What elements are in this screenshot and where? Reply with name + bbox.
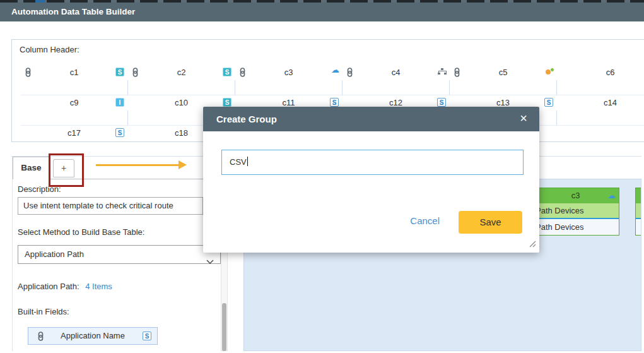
create-group-dialog: Create Group × CSV Cancel Save bbox=[203, 107, 539, 253]
table-header-row: c1 S c2 S c3 c4 bbox=[21, 65, 644, 80]
annotation-highlight-box bbox=[49, 153, 84, 187]
left-panel-border bbox=[12, 157, 13, 351]
type-badge: S bbox=[437, 98, 446, 107]
column-card[interactable] bbox=[635, 188, 641, 236]
close-icon[interactable]: × bbox=[515, 107, 532, 131]
chain-link-icon bbox=[239, 68, 246, 77]
group-name-input[interactable]: CSV bbox=[221, 150, 524, 175]
column-id: c2 bbox=[177, 68, 186, 77]
dialog-title: Create Group bbox=[216, 114, 277, 124]
column-type-icon bbox=[331, 68, 339, 76]
type-badge: S bbox=[115, 68, 124, 76]
builtin-field-item[interactable]: Application Name S bbox=[28, 327, 158, 345]
tab-base[interactable]: Base bbox=[13, 157, 50, 179]
builtin-fields-label: Built-in Fields: bbox=[18, 307, 69, 316]
group-cards: c3 Path Devices Path Devices bbox=[532, 188, 641, 236]
column-type-icon bbox=[438, 68, 447, 76]
resize-grip-icon[interactable] bbox=[529, 240, 536, 249]
column-id: c18 bbox=[175, 128, 188, 138]
column-card-row[interactable]: Path Devices bbox=[532, 219, 619, 235]
text-caret bbox=[247, 157, 248, 166]
column-id: c3 bbox=[284, 68, 293, 77]
chain-link-icon bbox=[25, 68, 32, 77]
window-title-bar: Automation Data Table Builder bbox=[0, 3, 644, 21]
method-selected-value: Application Path bbox=[25, 249, 84, 259]
column-id: c4 bbox=[392, 68, 401, 77]
left-panel-scrollbar-thumb[interactable] bbox=[222, 303, 226, 351]
column-header-cell[interactable]: c17 S bbox=[21, 126, 128, 138]
type-badge: S bbox=[223, 68, 231, 76]
method-label: Select Method to Build Base Table: bbox=[18, 227, 144, 237]
chain-link-icon bbox=[37, 332, 44, 341]
column-value-cell[interactable] bbox=[128, 80, 235, 95]
column-id: c13 bbox=[496, 98, 510, 107]
column-header-cell[interactable]: c4 bbox=[342, 65, 450, 80]
column-header-cell[interactable]: c9 I bbox=[21, 95, 128, 111]
type-badge: S bbox=[223, 98, 231, 107]
column-card-row[interactable] bbox=[636, 219, 641, 235]
type-badge: S bbox=[330, 98, 339, 107]
group-name-value: CSV bbox=[230, 157, 247, 167]
annotation-arrow-head bbox=[179, 160, 187, 169]
column-header-label: Column Header: bbox=[20, 45, 79, 54]
table-value-row bbox=[21, 80, 644, 95]
cloud-icon bbox=[607, 188, 616, 203]
column-id: c10 bbox=[175, 98, 188, 107]
save-button[interactable]: Save bbox=[459, 211, 522, 234]
column-id: c1 bbox=[70, 68, 79, 77]
column-id: c17 bbox=[67, 128, 81, 138]
automation-data-table-builder-window: Automation Data Table Builder Column Hea… bbox=[0, 0, 644, 353]
type-badge: S bbox=[115, 128, 124, 137]
chevron-down-icon bbox=[206, 253, 214, 270]
column-card-header[interactable] bbox=[636, 188, 641, 203]
application-path-label: Application Path: bbox=[18, 282, 79, 291]
column-id: c5 bbox=[499, 68, 508, 77]
description-input[interactable]: Use intent template to check critical ro… bbox=[18, 197, 203, 215]
column-header-cell[interactable]: c5 bbox=[450, 65, 557, 80]
column-id: c12 bbox=[389, 98, 402, 107]
column-value-cell[interactable] bbox=[450, 80, 557, 95]
application-path-items-link[interactable]: 4 Items bbox=[85, 282, 112, 291]
column-card-row[interactable]: Path Devices bbox=[532, 203, 619, 219]
column-header-cell[interactable]: c6 bbox=[557, 65, 644, 80]
column-value-cell[interactable] bbox=[21, 111, 128, 126]
column-header-cell[interactable]: c3 bbox=[235, 65, 342, 80]
page-title: Automation Data Table Builder bbox=[11, 7, 135, 16]
method-select[interactable]: Application Path bbox=[18, 245, 221, 264]
application-path-row: Application Path: 4 Items bbox=[18, 282, 112, 291]
column-id: c6 bbox=[606, 68, 615, 77]
column-value-cell[interactable] bbox=[557, 80, 644, 95]
column-header-cell[interactable]: c2 S bbox=[128, 65, 235, 80]
cancel-button[interactable]: Cancel bbox=[410, 215, 440, 226]
column-value-cell[interactable] bbox=[342, 80, 450, 95]
type-badge: S bbox=[143, 332, 151, 340]
column-value-cell[interactable] bbox=[21, 80, 128, 95]
column-id: c11 bbox=[283, 98, 295, 107]
column-value-cell[interactable] bbox=[235, 80, 342, 95]
column-card-row[interactable] bbox=[636, 203, 641, 219]
column-card[interactable]: c3 Path Devices Path Devices bbox=[532, 188, 619, 236]
builtin-field-label: Application Name bbox=[61, 331, 125, 340]
dialog-title-bar[interactable]: Create Group × bbox=[203, 107, 539, 131]
column-header-cell[interactable] bbox=[557, 126, 644, 138]
type-badge: S bbox=[544, 98, 553, 107]
column-id: c14 bbox=[604, 98, 617, 107]
chain-link-icon bbox=[454, 68, 460, 77]
chain-link-icon bbox=[132, 68, 139, 77]
annotation-arrow bbox=[96, 164, 179, 166]
column-id: c3 bbox=[571, 191, 580, 200]
column-value-cell[interactable] bbox=[557, 111, 644, 126]
column-header-cell[interactable]: c1 S bbox=[21, 65, 128, 80]
column-header-cell[interactable]: c14 bbox=[557, 95, 644, 111]
column-id: c9 bbox=[70, 98, 79, 107]
chain-link-icon bbox=[346, 68, 353, 77]
column-card-header[interactable]: c3 bbox=[532, 188, 619, 203]
type-badge: I bbox=[115, 98, 124, 107]
column-type-icon bbox=[545, 68, 554, 76]
